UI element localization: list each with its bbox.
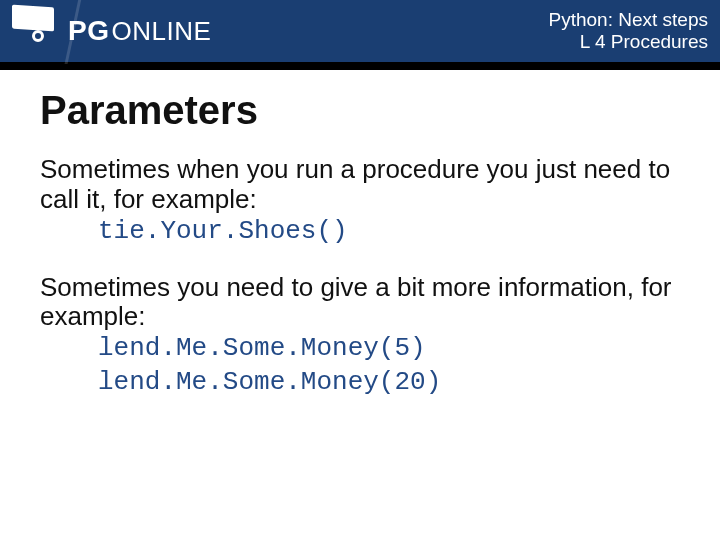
code-example-2a: lend.Me.Some.Money(5) <box>40 332 680 366</box>
code-example-2b: lend.Me.Some.Money(20) <box>40 366 680 400</box>
slide-content: Parameters Sometimes when you run a proc… <box>0 70 720 400</box>
slide-header: PG ONLINE Python: Next steps L 4 Procedu… <box>0 0 720 62</box>
laptop-icon <box>2 0 58 62</box>
paragraph-2: Sometimes you need to give a bit more in… <box>40 273 680 333</box>
breadcrumb-line-1: Python: Next steps <box>549 9 708 31</box>
code-example-1: tie.Your.Shoes() <box>40 215 680 249</box>
header-divider <box>0 62 720 70</box>
page-title: Parameters <box>40 88 680 133</box>
paragraph-1: Sometimes when you run a procedure you j… <box>40 155 680 215</box>
breadcrumb-line-2: L 4 Procedures <box>549 31 708 53</box>
block-1: Sometimes when you run a procedure you j… <box>40 155 680 249</box>
breadcrumb: Python: Next steps L 4 Procedures <box>549 9 708 53</box>
brand-text: PG ONLINE <box>68 15 211 47</box>
brand-logo: PG ONLINE <box>0 0 211 62</box>
brand-online: ONLINE <box>111 16 211 47</box>
block-2: Sometimes you need to give a bit more in… <box>40 273 680 400</box>
